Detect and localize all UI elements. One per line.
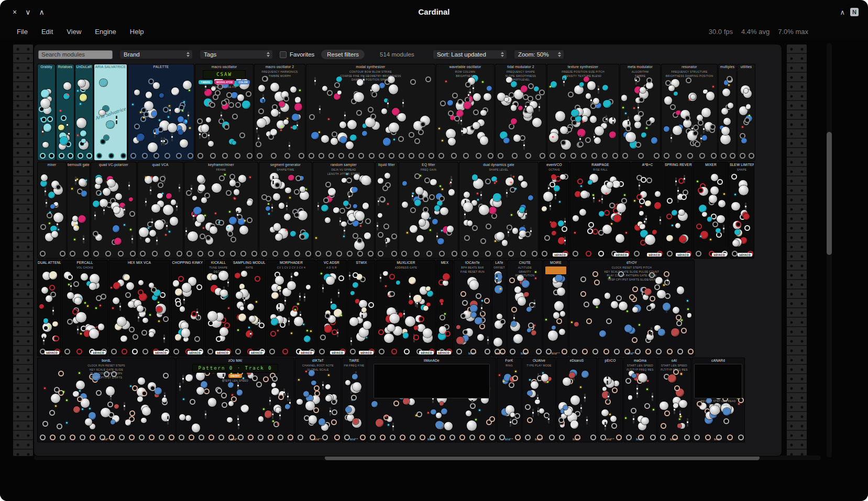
module-tile[interactable]: PERCALLVOL CHOKEbEfACO: [62, 260, 107, 356]
module-tile[interactable]: ChUTEALTITUDE GRAVITY RESTITUTIONbId°°: [508, 260, 542, 356]
module-tile[interactable]: tidal modulator 2FREQUENCY SHAPE SLOPE S…: [496, 64, 546, 160]
module-panel: CHANNEL ROOT NOTE GLOBAL SCALE: [295, 363, 340, 442]
module-tile[interactable]: keyframer/mixerFRAME: [184, 162, 258, 258]
module-tile[interactable]: bordLCLOCK RUN RESET STEPS KEY SCALE GAT…: [38, 358, 175, 442]
search-input[interactable]: [38, 50, 113, 59]
module-tile[interactable]: random samplerDEJA VU SPREAD LENGTH JITT…: [313, 162, 374, 258]
module-tile[interactable]: pErCObId°°: [598, 358, 622, 442]
module-tile[interactable]: KICKALLTUNE SHAPE DECAYbEfACO: [205, 260, 232, 356]
module-tile[interactable]: Grabby: [38, 64, 55, 160]
tags-dropdown[interactable]: Tags: [200, 50, 273, 59]
module-tile[interactable]: SPRING REVERBbEfACO: [665, 162, 692, 258]
module-tile[interactable]: oAïSTART LEN SPEED FLT/TYP FREQ RESbId°°: [658, 358, 690, 442]
module-tile[interactable]: eDsaroSbId°°: [557, 358, 597, 442]
module-tile[interactable]: macro oscillator 2FREQUENCY HARMONICS TI…: [255, 64, 305, 160]
menu-item-engine[interactable]: Engine: [95, 28, 116, 36]
module-tile[interactable]: liMonADebId°°: [368, 358, 496, 442]
module-tile[interactable]: PALETTE: [128, 64, 194, 160]
systray-icon[interactable]: N: [850, 8, 859, 16]
chevron-up-icon[interactable]: ∧: [39, 8, 44, 16]
module-tile[interactable]: SLEW LIMITERSHAPEbEfACO: [730, 162, 754, 258]
module-tile[interactable]: MORPHADERCV 1 CV 2 CV 3 CV 4bEfACO: [267, 260, 315, 356]
module-tile[interactable]: Rotatoes: [57, 64, 74, 160]
module-tile[interactable]: multiples: [719, 64, 736, 160]
module-tile[interactable]: MEXbEfACO: [437, 260, 453, 356]
module-tile[interactable]: dual dynamics gateSHAPE LEVEL: [459, 162, 538, 258]
module-tile[interactable]: MUXLICERADDRESS GATEbEfACO: [377, 260, 435, 356]
zoom-dropdown[interactable]: Zoom: 50%: [514, 50, 564, 59]
module-tile[interactable]: segment generatorSHAPE/TIME: [259, 162, 312, 258]
sort-dropdown[interactable]: Sort: Last updated: [433, 50, 507, 59]
close-icon[interactable]: ×: [13, 8, 17, 16]
module-tile[interactable]: ARIA SALVATRICEAria Salvatrice: [94, 64, 127, 160]
module-name: SAMPLING MODULATOR: [233, 260, 266, 265]
jack-icon: [525, 404, 531, 410]
knob-icon: [229, 217, 237, 225]
module-tile[interactable]: wavetable oscillatorROW COLUMN BRIGHTNES…: [436, 64, 494, 160]
module-tile[interactable]: maGmaSTART LEN SPEED FLT/TYP FREQ RESbId…: [624, 358, 656, 442]
jack-icon: [77, 396, 83, 402]
module-tile[interactable]: STMIXbEfACO: [348, 260, 375, 356]
module-tile[interactable]: HEX MIX VCAbEfACO: [109, 260, 170, 356]
module-tile[interactable]: quad VC-polarizer: [91, 162, 136, 258]
module-tile[interactable]: UnDuLaR: [75, 64, 93, 160]
module-tile[interactable]: VC ADSRA D S RbEfACO: [317, 260, 346, 356]
module-tile[interactable]: quad VCA: [138, 162, 183, 258]
fader-icon: [700, 135, 702, 143]
module-tile[interactable]: cANARdREC O/T STRT LEN READ SPD ENV INDb…: [692, 358, 744, 442]
module-tile[interactable]: MIXERbEfACO: [694, 162, 728, 258]
brand-dropdown[interactable]: Brand: [119, 50, 193, 59]
pin-icon[interactable]: ∧: [840, 8, 845, 16]
reset-filters-button[interactable]: Reset filters: [321, 50, 365, 59]
fader-icon: [154, 129, 156, 138]
module-tile[interactable]: EQ filterFREQ GAIN: [399, 162, 458, 258]
module-tile[interactable]: ForKRINGbId°°: [497, 358, 521, 442]
jack-icon: [419, 153, 424, 159]
module-tile[interactable]: resonatorFREQUENCY STRUCTURE BRIGHTNESS …: [662, 64, 717, 160]
module-panel: [544, 265, 568, 356]
module-tile[interactable]: tOCAnTeBPH BEATS BAR FINE RESET RUNbId°°: [454, 260, 491, 356]
module-tile[interactable]: dIKTaTCHANNEL ROOT NOTE GLOBAL SCALEbId°…: [295, 358, 340, 442]
favorites-checkbox[interactable]: [280, 51, 287, 58]
jack-icon: [629, 294, 635, 300]
menu-item-view[interactable]: View: [67, 28, 81, 36]
module-tile[interactable]: MOiREbId°°: [544, 260, 568, 356]
menu-item-edit[interactable]: Edit: [41, 28, 53, 36]
menu-item-help[interactable]: Help: [130, 28, 144, 36]
module-tile[interactable]: meta modulatorALGORITHM TIMBRE: [620, 64, 660, 160]
module-tile[interactable]: SAMPLING MODULATORRATEbEfACO: [233, 260, 266, 356]
module-tile[interactable]: mixer: [38, 162, 66, 258]
knob-icon: [103, 188, 111, 196]
module-tile[interactable]: bernoulli gate: [68, 162, 90, 258]
module-tile[interactable]: modal synthesizerCONTOUR BOW BLOW STRIKE…: [306, 64, 435, 160]
led-icon: [488, 388, 490, 389]
chevron-down-icon[interactable]: ∨: [25, 8, 30, 16]
horizontal-scrollbar-track[interactable]: [34, 455, 821, 460]
cpu-avg-stat: 4.4% avg: [741, 28, 770, 36]
menu-item-file[interactable]: File: [17, 28, 28, 36]
vertical-scrollbar-track[interactable]: [827, 43, 832, 458]
module-tile[interactable]: dTrOYCLOCK RESET STEPS PITCH KEY SCALE G…: [569, 260, 694, 356]
horizontal-scrollbar[interactable]: [325, 455, 760, 460]
module-tile[interactable]: texture synthesizerFREEZE POSITION SIZE …: [547, 64, 619, 160]
led-icon: [256, 301, 257, 303]
module-tile[interactable]: macro oscillatorCSAWTIMBREMODULATORCOLOR…: [195, 64, 253, 160]
vertical-scrollbar[interactable]: [827, 132, 832, 255]
jack-icon: [382, 185, 388, 191]
module-tile[interactable]: RAMPAGERISE FALLbEfACO: [570, 162, 630, 258]
module-tile[interactable]: OUAIveTYPE PLAY MODEbId°°: [523, 358, 555, 442]
led-icon: [672, 225, 673, 226]
jack-icon: [132, 349, 138, 354]
module-tile[interactable]: TiAREFM FREQ FINEbId°°: [342, 358, 366, 442]
module-tile[interactable]: liquid filter: [376, 162, 398, 258]
module-tile[interactable]: utilities: [738, 64, 755, 160]
knob-icon: [355, 299, 360, 304]
jack-icon: [498, 153, 503, 159]
module-tile[interactable]: zOù MAïPattern 0 · Track 0ON/OFFSTEPS LE…: [177, 358, 294, 442]
led-icon: [89, 408, 91, 409]
module-tile[interactable]: LATeOFFSETbId°°: [492, 260, 506, 356]
module-tile[interactable]: evenVCOOCTAVEbEfACO: [540, 162, 569, 258]
module-tile[interactable]: A*B+CbEfACO: [632, 162, 663, 258]
module-tile[interactable]: DUAL ATTENUVERTERbEfACO: [38, 260, 61, 356]
module-tile[interactable]: CHOPPING KINKYbEfACO: [171, 260, 204, 356]
